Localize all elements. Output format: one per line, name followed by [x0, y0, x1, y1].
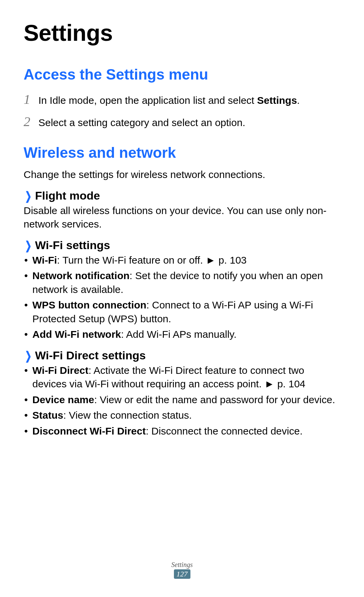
heading-wireless-network: Wireless and network [24, 144, 340, 161]
steps-list: 1 In Idle mode, open the application lis… [24, 90, 340, 131]
list-item: Wi-Fi Direct: Activate the Wi-Fi Direct … [24, 364, 340, 391]
list-item: Status: View the connection status. [24, 409, 340, 422]
step-item: 2 Select a setting category and select a… [24, 112, 340, 131]
page-number: 127 [174, 569, 190, 579]
page-title: Settings [24, 20, 340, 46]
heading-access-settings: Access the Settings menu [24, 66, 340, 83]
step-number: 1 [24, 90, 38, 109]
list-item: WPS button connection: Connect to a Wi-F… [24, 298, 340, 326]
flight-mode-body: Disable all wireless functions on your d… [24, 204, 340, 231]
footer-section-label: Settings [0, 561, 364, 569]
subheading-wifi-direct: ❯ Wi-Fi Direct settings [24, 349, 340, 362]
chevron-right-icon: ❯ [25, 349, 32, 362]
page: Settings Access the Settings menu 1 In I… [0, 0, 364, 597]
step-number: 2 [24, 112, 38, 131]
list-item: Device name: View or edit the name and p… [24, 393, 340, 407]
page-footer: Settings 127 [0, 561, 364, 579]
list-item: Network notification: Set the device to … [24, 269, 340, 296]
subheading-wifi-settings: ❯ Wi-Fi settings [24, 239, 340, 252]
step-text: In Idle mode, open the application list … [38, 93, 300, 108]
list-item: Add Wi-Fi network: Add Wi-Fi APs manuall… [24, 328, 340, 341]
list-item: Disconnect Wi-Fi Direct: Disconnect the … [24, 424, 340, 438]
step-text: Select a setting category and select an … [38, 115, 245, 130]
wifi-direct-list: Wi-Fi Direct: Activate the Wi-Fi Direct … [24, 364, 340, 438]
chevron-right-icon: ❯ [25, 239, 32, 252]
chevron-right-icon: ❯ [25, 189, 32, 203]
step-item: 1 In Idle mode, open the application lis… [24, 90, 340, 109]
list-item: Wi-Fi: Turn the Wi-Fi feature on or off.… [24, 253, 340, 267]
wireless-intro: Change the settings for wireless network… [24, 168, 340, 182]
wifi-settings-list: Wi-Fi: Turn the Wi-Fi feature on or off.… [24, 253, 340, 341]
subheading-flight-mode: ❯ Flight mode [24, 189, 340, 203]
